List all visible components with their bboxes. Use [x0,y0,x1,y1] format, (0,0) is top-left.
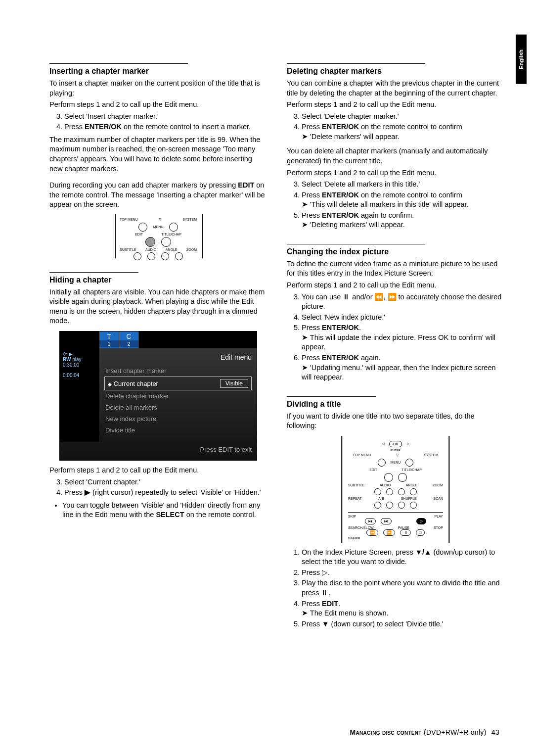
step-3: Play the disc to the point where you wan… [302,578,504,598]
step-4b: Press ENTER/OK on the remote control to … [302,190,504,210]
step-4: Press ▶ (right cursor) repeatedly to sel… [64,488,267,498]
text: You can delete all chapter markers (manu… [287,146,504,166]
step-1: On the Index Picture Screen, press ▼/▲ (… [302,548,504,567]
heading-deleting: Deleting chapter markers [287,63,425,76]
step-3b: Select 'Delete all markers in this title… [302,180,504,189]
edit-menu-screenshot: T1 C2 ⟳▶ RW play 0:30:00 0:00:04 Edit me [59,331,257,461]
text: Perform steps 1 and 2 to call up the Edi… [287,168,504,178]
remote-diagram-large: ◁ OK ▷ ENTER TOP MENU ▽ SYSTEM MENU EDIT [341,436,450,543]
text: Perform steps 1 and 2 to call up the Edi… [287,100,504,110]
text: Perform steps 1 and 2 to call up the Edi… [287,281,504,290]
text: To insert a chapter marker on the curren… [49,79,267,98]
step-5: Press ENTER/OK again to confirm. 'Deleti… [302,211,504,230]
bullet: You can toggle between 'Visible' and 'Hi… [62,501,267,520]
right-column: Deleting chapter markers You can combine… [287,49,504,632]
heading-changing-index: Changing the index picture [287,244,425,256]
heading-dividing: Dividing a title [287,396,376,409]
text: You can combine a chapter with the previ… [287,79,504,98]
text: To define the current video frame as a m… [287,259,504,279]
heading-inserting: Inserting a chapter marker [49,63,188,76]
language-tab: English [516,35,527,84]
step-4: Press ENTER/OK on the remote control to … [64,122,267,132]
step-4: Press EDIT. The Edit menu is shown. [302,599,504,618]
page-footer: Managing disc content (DVD+RW/+R only) 4… [350,728,499,736]
text: If you want to divide one title into two… [287,412,504,431]
text: Perform steps 1 and 2 to call up the Edi… [49,466,267,475]
text: During recording you can add chapter mar… [49,181,267,210]
step-5: Press ENTER/OK. This will update the ind… [302,323,504,352]
step-3: You can use ⏸ and/or ⏪, ⏩ to accurately … [302,292,504,312]
left-column: Inserting a chapter marker To insert a c… [49,49,267,632]
step-6: Press ENTER/OK again. 'Updating menu.' w… [302,353,504,382]
step-2: Press ▷. [302,568,504,578]
text: Initially all chapters are visible. You … [49,287,267,326]
text: The maximum number of chapter markers pe… [49,135,267,174]
step-3: Select 'Insert chapter marker.' [64,112,267,122]
remote-diagram-small: TOP MENU ▽ SYSTEM MENU EDIT TITLE/CHAP [114,214,203,258]
step-5: Press ▼ (down cursor) to select 'Divide … [302,619,504,629]
step-3: Select 'Current chapter.' [64,477,267,487]
heading-hiding: Hiding a chapter [49,272,138,284]
text: Perform steps 1 and 2 to call up the Edi… [49,100,267,110]
step-4: Press ENTER/OK on the remote control to … [302,122,504,142]
step-3: Select 'Delete chapter marker.' [302,112,504,122]
step-4: Select 'New index picture.' [302,313,504,323]
